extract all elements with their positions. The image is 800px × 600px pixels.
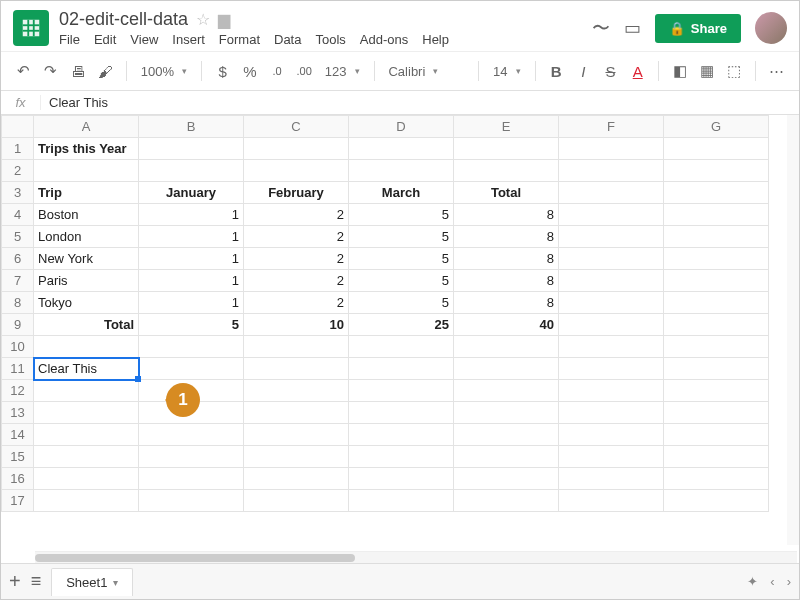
cell-E7[interactable]: 8: [454, 270, 559, 292]
cell-D9[interactable]: 25: [349, 314, 454, 336]
chevron-right-icon[interactable]: ›: [787, 574, 791, 589]
zoom-select[interactable]: 100%: [135, 58, 193, 84]
cell-A5[interactable]: London: [34, 226, 139, 248]
menu-insert[interactable]: Insert: [172, 32, 205, 47]
vertical-scrollbar[interactable]: [787, 115, 799, 545]
menu-edit[interactable]: Edit: [94, 32, 116, 47]
row-13[interactable]: 13: [2, 402, 34, 424]
cell-A6[interactable]: New York: [34, 248, 139, 270]
redo-icon[interactable]: ↷: [38, 58, 63, 84]
sheet-tab-1[interactable]: Sheet1 ▾: [51, 568, 133, 596]
cell-A11-selected[interactable]: Clear This: [34, 358, 139, 380]
cell-B9[interactable]: 5: [139, 314, 244, 336]
cell-B8[interactable]: 1: [139, 292, 244, 314]
select-all-corner[interactable]: [2, 116, 34, 138]
cell-C7[interactable]: 2: [244, 270, 349, 292]
cell-D5[interactable]: 5: [349, 226, 454, 248]
activity-icon[interactable]: 〜: [592, 16, 610, 40]
menu-help[interactable]: Help: [422, 32, 449, 47]
avatar[interactable]: [755, 12, 787, 44]
cell-A4[interactable]: Boston: [34, 204, 139, 226]
row-9[interactable]: 9: [2, 314, 34, 336]
col-E[interactable]: E: [454, 116, 559, 138]
all-sheets-icon[interactable]: ≡: [31, 571, 42, 592]
cell-C5[interactable]: 2: [244, 226, 349, 248]
text-color-icon[interactable]: A: [625, 58, 650, 84]
row-17[interactable]: 17: [2, 490, 34, 512]
row-16[interactable]: 16: [2, 468, 34, 490]
star-icon[interactable]: ☆: [196, 10, 210, 29]
cell-B6[interactable]: 1: [139, 248, 244, 270]
cell-E8[interactable]: 8: [454, 292, 559, 314]
explore-icon[interactable]: ✦: [747, 574, 758, 589]
row-2[interactable]: 2: [2, 160, 34, 182]
cell-B5[interactable]: 1: [139, 226, 244, 248]
cell-A3[interactable]: Trip: [34, 182, 139, 204]
row-4[interactable]: 4: [2, 204, 34, 226]
horizontal-scrollbar[interactable]: [35, 551, 797, 563]
col-D[interactable]: D: [349, 116, 454, 138]
doc-title[interactable]: 02-edit-cell-data: [59, 9, 188, 30]
menu-tools[interactable]: Tools: [315, 32, 345, 47]
merge-icon[interactable]: ⬚: [722, 58, 747, 84]
row-11[interactable]: 11: [2, 358, 34, 380]
cell-E6[interactable]: 8: [454, 248, 559, 270]
italic-icon[interactable]: I: [571, 58, 596, 84]
font-select[interactable]: Calibri: [382, 58, 470, 84]
cell-B7[interactable]: 1: [139, 270, 244, 292]
decrease-decimal-icon[interactable]: .0: [264, 58, 289, 84]
paint-format-icon[interactable]: 🖌: [93, 58, 118, 84]
menu-addons[interactable]: Add-ons: [360, 32, 408, 47]
more-formats[interactable]: 123: [319, 58, 366, 84]
col-C[interactable]: C: [244, 116, 349, 138]
cell-D8[interactable]: 5: [349, 292, 454, 314]
spreadsheet-grid[interactable]: A B C D E F G 1Trips this Year 2 3TripJa…: [1, 115, 799, 545]
cell-C6[interactable]: 2: [244, 248, 349, 270]
borders-icon[interactable]: ▦: [694, 58, 719, 84]
cell-E5[interactable]: 8: [454, 226, 559, 248]
row-3[interactable]: 3: [2, 182, 34, 204]
cell-A8[interactable]: Tokyo: [34, 292, 139, 314]
cell-D3[interactable]: March: [349, 182, 454, 204]
col-G[interactable]: G: [664, 116, 769, 138]
cell-B3[interactable]: January: [139, 182, 244, 204]
cell-C4[interactable]: 2: [244, 204, 349, 226]
row-14[interactable]: 14: [2, 424, 34, 446]
menu-format[interactable]: Format: [219, 32, 260, 47]
strike-icon[interactable]: S: [598, 58, 623, 84]
cell-A9[interactable]: Total: [34, 314, 139, 336]
row-8[interactable]: 8: [2, 292, 34, 314]
print-icon[interactable]: 🖶: [65, 58, 90, 84]
col-F[interactable]: F: [559, 116, 664, 138]
row-15[interactable]: 15: [2, 446, 34, 468]
formula-input[interactable]: Clear This: [41, 95, 799, 110]
cell-A1[interactable]: Trips this Year: [34, 138, 139, 160]
cell-D4[interactable]: 5: [349, 204, 454, 226]
cell-E3[interactable]: Total: [454, 182, 559, 204]
row-12[interactable]: 12: [2, 380, 34, 402]
increase-decimal-icon[interactable]: .00: [292, 58, 317, 84]
cell-C3[interactable]: February: [244, 182, 349, 204]
sheets-logo[interactable]: [13, 10, 49, 46]
chevron-left-icon[interactable]: ‹: [770, 574, 774, 589]
cell-C8[interactable]: 2: [244, 292, 349, 314]
percent-icon[interactable]: %: [237, 58, 262, 84]
menu-file[interactable]: File: [59, 32, 80, 47]
menu-data[interactable]: Data: [274, 32, 301, 47]
font-size-select[interactable]: 14: [487, 58, 526, 84]
scroll-thumb[interactable]: [35, 554, 355, 562]
undo-icon[interactable]: ↶: [11, 58, 36, 84]
row-7[interactable]: 7: [2, 270, 34, 292]
cell-E9[interactable]: 40: [454, 314, 559, 336]
row-5[interactable]: 5: [2, 226, 34, 248]
row-1[interactable]: 1: [2, 138, 34, 160]
share-button[interactable]: 🔒 Share: [655, 14, 741, 43]
cell-E4[interactable]: 8: [454, 204, 559, 226]
bold-icon[interactable]: B: [543, 58, 568, 84]
more-icon[interactable]: ⋯: [764, 58, 789, 84]
cell-B4[interactable]: 1: [139, 204, 244, 226]
comments-icon[interactable]: ▭: [624, 17, 641, 39]
row-10[interactable]: 10: [2, 336, 34, 358]
move-folder-icon[interactable]: ▆: [218, 10, 230, 29]
add-sheet-icon[interactable]: +: [9, 570, 21, 593]
